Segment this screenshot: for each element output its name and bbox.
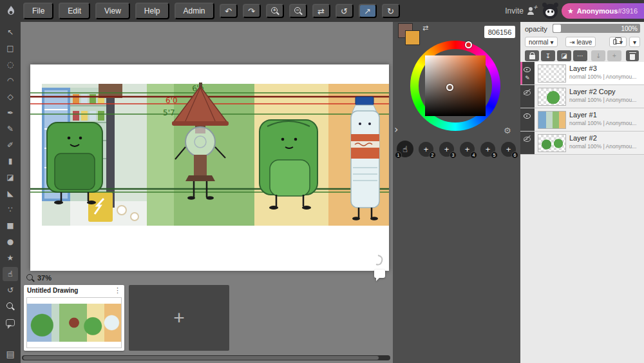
leave-button[interactable]: ⇥ leave: [565, 37, 596, 47]
invite-label[interactable]: Invite: [505, 6, 524, 15]
menu-view[interactable]: View: [95, 3, 130, 19]
swap-colors-icon[interactable]: ⇄: [422, 24, 428, 32]
drawing-canvas[interactable]: 6'5 6'0 5'7: [30, 64, 389, 271]
tool-lasso-free[interactable]: ◠: [3, 74, 18, 88]
tool-brush[interactable]: ✐: [3, 138, 18, 152]
sv-selector-dot[interactable]: [446, 84, 453, 91]
layer-row-3[interactable]: ✎ Layer #3 normal 100% | Anonymou...: [520, 62, 644, 85]
page-thumbnail[interactable]: [26, 297, 122, 348]
tool-marker[interactable]: ▮: [3, 154, 18, 168]
menu-admin[interactable]: Admin: [175, 3, 214, 19]
duplicate-layer-button[interactable]: ▾: [609, 37, 627, 47]
gear-icon[interactable]: ⚙: [504, 126, 511, 135]
username-banner[interactable]: ★ Anonymous#3916: [562, 3, 644, 19]
undo-button[interactable]: ↶: [220, 4, 238, 18]
layer-visibility-column[interactable]: ✎: [520, 62, 535, 84]
tool-eraser[interactable]: ◪: [3, 170, 18, 184]
tool-undo[interactable]: ↺: [3, 283, 18, 297]
tool-pen[interactable]: ✒: [3, 106, 18, 120]
tool-move[interactable]: ↖: [3, 25, 18, 39]
layers-panel: opacity 100% normal ▾ ⇥ leave ▾ ▾ ↧ ◪ ⋯ …: [520, 22, 644, 363]
user-avatar[interactable]: [543, 4, 558, 19]
eye-icon[interactable]: [524, 112, 531, 119]
pencil-edit-icon: ✎: [525, 75, 530, 81]
redo-button[interactable]: ↷: [243, 4, 261, 18]
layer-name: Layer #2 Copy: [569, 88, 642, 97]
clear-layer-button[interactable]: ◪: [557, 50, 571, 61]
tool-chat[interactable]: [3, 315, 18, 329]
secondary-color-swatch[interactable]: [405, 30, 420, 45]
tool-select-lasso[interactable]: ◌: [3, 57, 18, 72]
delete-layer-button[interactable]: [626, 50, 639, 61]
star-icon: ★: [567, 7, 574, 15]
layer-meta: normal 100% | Anonymou...: [569, 143, 642, 150]
add-page-button[interactable]: +: [129, 285, 229, 351]
zoom-indicator[interactable]: 37%: [26, 273, 52, 282]
saturation-value-square[interactable]: [425, 55, 486, 116]
tool-shape-star[interactable]: ★: [3, 251, 18, 265]
user-slot-3[interactable]: + 3: [439, 142, 454, 157]
animation-frames-icon[interactable]: ▤: [6, 349, 14, 359]
rotate-ccw-button[interactable]: ↺: [336, 4, 354, 18]
user-slot-1[interactable]: ☝ 1: [397, 141, 413, 157]
comment-bubble-button[interactable]: [374, 270, 385, 278]
horizontal-scrollbar[interactable]: [22, 355, 390, 360]
lock-layer-button[interactable]: [525, 50, 539, 61]
page-kebab-menu[interactable]: ⋮: [114, 286, 121, 295]
scrollbar-thumb[interactable]: [23, 356, 379, 360]
opacity-slider[interactable]: 100%: [553, 24, 640, 33]
user-slot-4[interactable]: + 4: [460, 142, 475, 157]
layer-row-2-copy[interactable]: Layer #2 Copy normal 100% | Anonymou...: [520, 85, 644, 108]
opacity-slider-knob[interactable]: [553, 25, 561, 32]
layer-row-2[interactable]: Layer #2 normal 100% | Anonymou...: [520, 132, 644, 155]
pen-icon: ✒: [7, 108, 14, 117]
user-slot-2[interactable]: + 2: [419, 142, 433, 157]
tool-hand[interactable]: ☝: [3, 267, 18, 281]
rotate-cw-button[interactable]: ↻: [382, 4, 400, 18]
import-layer-button[interactable]: +: [607, 50, 621, 61]
layer-options-dropdown[interactable]: ▾: [629, 37, 640, 47]
layer-thumbnail: [538, 64, 566, 83]
page-card[interactable]: Untitled Drawing ⋮: [24, 285, 124, 351]
menu-help[interactable]: Help: [135, 3, 169, 19]
app-logo-icon[interactable]: [4, 4, 18, 18]
layer-visibility-column[interactable]: [520, 132, 535, 154]
fit-view-button[interactable]: ⇄: [312, 4, 330, 18]
tool-fill[interactable]: ◣: [3, 186, 18, 201]
user-slot-6[interactable]: + 6: [501, 142, 516, 157]
chevron-down-icon: ▾: [633, 39, 636, 46]
user-slot-5[interactable]: + 5: [480, 142, 495, 157]
fit-view-icon: ⇄: [317, 6, 325, 16]
tool-airbrush[interactable]: ∵: [3, 202, 18, 217]
export-layer-button[interactable]: ↓: [591, 50, 605, 61]
straight-line-button[interactable]: ↗: [359, 4, 377, 18]
menu-edit[interactable]: Edit: [59, 3, 90, 19]
tool-shape-rect[interactable]: ■: [3, 219, 18, 233]
hex-color-input[interactable]: [484, 26, 515, 38]
eye-off-icon[interactable]: [524, 135, 531, 142]
layer-row-1[interactable]: Layer #1 normal 100% | Anonymou...: [520, 108, 644, 132]
tool-transform[interactable]: ◇: [3, 90, 18, 104]
tool-pencil[interactable]: ✎: [3, 122, 18, 136]
hue-selector-dot[interactable]: [465, 41, 472, 48]
invite-person-icon[interactable]: +: [527, 6, 536, 15]
eye-icon[interactable]: [524, 66, 531, 72]
menu-file[interactable]: File: [23, 3, 53, 19]
tool-select-rect[interactable]: □: [3, 41, 18, 55]
more-options-button[interactable]: ⋯: [573, 50, 587, 61]
layer-thumbnail: [538, 111, 566, 129]
tool-shape-ellipse[interactable]: ●: [3, 235, 18, 249]
merge-down-button[interactable]: ↧: [541, 50, 555, 61]
zoom-out-button[interactable]: −: [289, 4, 307, 18]
chat-bubble-icon: [6, 319, 15, 326]
zoom-in-button[interactable]: +: [266, 4, 284, 18]
layer-visibility-column[interactable]: [520, 108, 535, 131]
plus-icon: +: [444, 144, 450, 154]
collapse-panel-chevron[interactable]: ›: [394, 123, 398, 135]
layer-visibility-column[interactable]: [520, 85, 535, 108]
tool-zoom[interactable]: [3, 299, 18, 313]
hand-cursor-icon: ☝: [402, 144, 408, 154]
eye-off-icon[interactable]: [524, 89, 531, 95]
shape-ellipse-icon: ●: [7, 237, 14, 246]
blend-mode-dropdown[interactable]: normal ▾: [525, 37, 558, 47]
